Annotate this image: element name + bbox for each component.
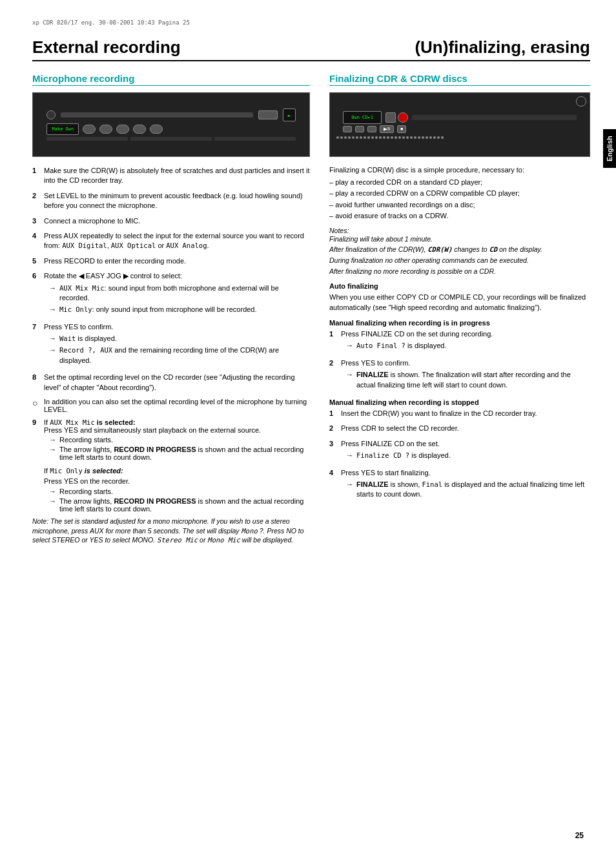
circle-item-text: In addition you can also set the optimal…	[44, 398, 310, 413]
if-mic-only-block: If Mic Only is selected: Press YES on th…	[44, 467, 310, 513]
step-content: Connect a microphone to MIC.	[44, 216, 310, 226]
stopped-step-3: 3 Press FINALIZE CD on the set. → Finali…	[329, 439, 590, 463]
auto-finalizing-heading: Auto finalizing	[329, 282, 590, 290]
step-num: 1	[329, 409, 341, 418]
notes-title: Notes:	[329, 227, 590, 234]
step-content: Insert the CDR(W) you want to finalize i…	[341, 409, 590, 418]
dash-item: play a recorded CDRW on a CDRW compatibl…	[329, 189, 590, 198]
arrow-icon: →	[346, 451, 354, 460]
arrow-item: → FINALIZE is shown. The finalization wi…	[346, 370, 590, 390]
arrow-icon: →	[49, 446, 57, 461]
meta-line: xp CDR 820/17 eng. 30-08-2001 10:43 Pagi…	[32, 19, 590, 26]
right-column: Finalizing CDR & CDRW discs 0wn CD▸1	[329, 73, 590, 545]
step-content: Press FINALIZE CD on the set. → Finalize…	[341, 439, 590, 463]
right-section-heading: Finalizing CDR & CDRW discs	[329, 73, 590, 86]
note-3: During finalization no other operating c…	[329, 256, 590, 265]
stopped-steps: 1 Insert the CDR(W) you want to finalize…	[329, 409, 590, 502]
arrow-icon: →	[346, 370, 354, 390]
stopped-step-2: 2 Press CDR to select the CD recorder.	[329, 424, 590, 433]
step-num: 2	[32, 191, 44, 211]
step-num: 6	[32, 271, 44, 317]
arrow-icon: →	[49, 497, 57, 513]
step-content: If AUX Mix Mic is selected: Press YES an…	[44, 418, 310, 463]
step-num: 3	[329, 439, 341, 463]
note-2: After finalization of the CDR(W), CDR(W)…	[329, 245, 590, 254]
step-content: Press YES to confirm. → Wait is displaye…	[44, 322, 310, 368]
arrow-icon: →	[49, 345, 57, 365]
circle-item: ○ In addition you can also set the optim…	[32, 398, 310, 413]
device-image-left: ▶ Make Own	[32, 92, 310, 157]
arrow-item: → The arrow lights, RECORD IN PROGRESS i…	[49, 446, 310, 461]
left-section-heading: Microphone recording	[32, 73, 310, 86]
step-num: 4	[329, 468, 341, 502]
english-tab: English	[603, 129, 616, 168]
step-num: 7	[32, 322, 44, 368]
step-8: 8 Set the optimal recording level on the…	[32, 373, 310, 393]
dash-item: play a recorded CDR on a standard CD pla…	[329, 178, 590, 187]
manual-progress-heading: Manual finalizing when recording is in p…	[329, 319, 590, 327]
stopped-step-1: 1 Insert the CDR(W) you want to finalize…	[329, 409, 590, 418]
dash-list: play a recorded CDR on a standard CD pla…	[329, 178, 590, 221]
finalizing-intro: Finalizing a CDR(W) disc is a simple pro…	[329, 166, 590, 174]
step-num: 3	[32, 216, 44, 226]
arrow-item: → Recording starts.	[49, 488, 310, 495]
arrow-icon: →	[346, 480, 354, 500]
circle-bullet-icon: ○	[32, 398, 44, 413]
step-num: 8	[32, 373, 44, 393]
step-1: 1 Make sure the CDR(W) is absolutely fre…	[32, 166, 310, 186]
progress-steps: 1 Press FINALIZE CD on the set during re…	[329, 329, 590, 392]
arrow-item: → Recording starts.	[49, 436, 310, 444]
step-content: Press CDR to select the CD recorder.	[341, 424, 590, 433]
step-num: 2	[329, 358, 341, 392]
step-num: 5	[32, 256, 44, 266]
arrow-item: → FINALIZE is shown, Final is displayed …	[346, 480, 590, 500]
step-num: 4	[32, 231, 44, 251]
notes-block: Notes: Finalizing will take about 1 minu…	[329, 227, 590, 276]
arrow-item: → Mic Only: only sound input from microp…	[49, 305, 310, 314]
auto-finalizing-text: When you use either COPY CD or COMPILE C…	[329, 293, 590, 313]
arrow-item: → Finalize CD ? is displayed.	[346, 451, 590, 460]
step-5: 5 Press RECORD to enter the recording mo…	[32, 256, 310, 266]
step-4: 4 Press AUX repeatedly to select the inp…	[32, 231, 310, 251]
step-6: 6 Rotate the ◀ EASY JOG ▶ control to sel…	[32, 271, 310, 317]
left-column: Microphone recording ▶ Make Own	[32, 73, 310, 545]
step-content: Press FINALIZE CD on the set during reco…	[341, 329, 590, 353]
page-number: 25	[575, 831, 584, 840]
step-num: 2	[329, 424, 341, 433]
columns-layout: Microphone recording ▶ Make Own	[32, 73, 590, 545]
italic-note: Note: The set is standard adjusted for a…	[32, 517, 310, 545]
progress-step-2: 2 Press YES to confirm. → FINALIZE is sh…	[329, 358, 590, 392]
step-2: 2 Set LEVEL to the minimum to prevent ac…	[32, 191, 310, 211]
arrow-icon: →	[49, 334, 57, 344]
page-title-left: External recording	[32, 37, 181, 57]
note-4: After finalizing no more recording is po…	[329, 267, 590, 276]
stopped-step-4: 4 Press YES to start finalizing. → FINAL…	[329, 468, 590, 502]
step-9: 9 If AUX Mix Mic is selected: Press YES …	[32, 418, 310, 463]
step-content: Press YES to confirm. → FINALIZE is show…	[341, 358, 590, 392]
progress-step-1: 1 Press FINALIZE CD on the set during re…	[329, 329, 590, 353]
main-header: External recording (Un)finalizing, erasi…	[32, 37, 590, 61]
device-image-right: 0wn CD▸1 ▶/II ■	[329, 92, 590, 157]
step-3: 3 Connect a microphone to MIC.	[32, 216, 310, 226]
arrow-item: → Auto Final ? is displayed.	[346, 341, 590, 351]
step-num: 1	[32, 166, 44, 186]
step-9-block: 9 If AUX Mix Mic is selected: Press YES …	[32, 418, 310, 463]
arrow-icon: →	[49, 488, 57, 495]
step-content: Press RECORD to enter the recording mode…	[44, 256, 310, 266]
crosshair-icon	[576, 96, 586, 107]
dash-item: avoid erasure of tracks on a CDRW.	[329, 211, 590, 221]
arrow-icon: →	[49, 436, 57, 444]
if-mic-only-body: Press YES on the recorder.	[44, 477, 310, 485]
arrow-item: → AUX Mix Mic: sound input from both mic…	[49, 283, 310, 303]
arrow-icon: →	[49, 283, 57, 303]
dash-item: avoid further unwanted recordings on a d…	[329, 200, 590, 210]
page: xp CDR 820/17 eng. 30-08-2001 10:43 Pagi…	[0, 0, 616, 853]
step-content: Press YES to start finalizing. → FINALIZ…	[341, 468, 590, 502]
arrow-item: → Record ?, AUX and the remaining record…	[49, 345, 310, 365]
arrow-item: → Wait is displayed.	[49, 334, 310, 344]
step-content: Set the optimal recording level on the C…	[44, 373, 310, 393]
arrow-icon: →	[346, 341, 354, 351]
arrow-icon: →	[49, 305, 57, 314]
step-7: 7 Press YES to confirm. → Wait is displa…	[32, 322, 310, 368]
manual-stopped-heading: Manual finalizing when recording is stop…	[329, 398, 590, 406]
